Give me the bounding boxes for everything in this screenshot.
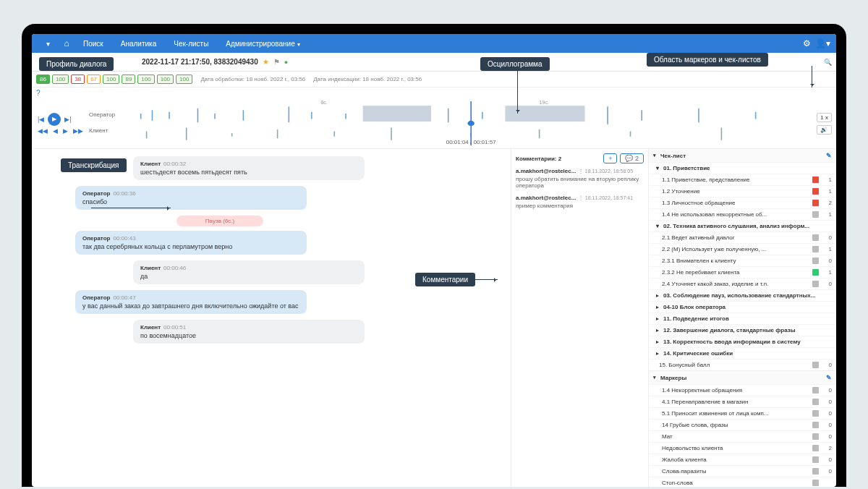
nav-admin[interactable]: Администрирование▾ [217,40,308,48]
edit-icon[interactable]: ✎ [826,374,832,381]
comment-count-button[interactable]: 💬 2 [620,153,644,163]
checklist-item[interactable]: 1.1 Приветствие, представление1 [649,174,836,185]
label-profile: Профиль диалога [39,57,114,71]
message-op[interactable]: Оператор00:00:47у вас данный заказ до за… [75,290,307,314]
volume-button[interactable]: 🔊 [817,125,832,135]
message-client[interactable]: Клиент00:00:46да [133,260,365,284]
label-oscillo: Осциллограмма [480,57,550,71]
checklist-item[interactable]: 2.3.1 Внимателен к клиенту0 [649,255,836,266]
checklist-item[interactable]: 2.2 (М) Использует уже полученную, ...1 [649,243,836,255]
message-client[interactable]: Клиент00:00:32шестьдесят восемь пятьдеся… [133,156,365,180]
group-header[interactable]: ▾01. Приветствие [649,162,836,174]
checklist-item[interactable]: 1.3 Личностное обращение2 [649,197,836,208]
nav-search[interactable]: Поиск [75,40,112,48]
meta-indexed: Дата индексации: 18 нояб. 2022 г., 03:56 [313,76,422,82]
help-icon[interactable]: ? [32,88,836,98]
top-nav: ▾ ⌂ Поиск Аналитика Чек-листы Администри… [32,34,836,53]
next-icon[interactable]: ▶ [61,127,69,135]
message-op[interactable]: Оператор00:00:43так два серебряных кольц… [75,231,307,255]
label-markers: Область маркеров и чек-листов [647,53,768,67]
comments-title: Комментарии: 2 [516,156,600,162]
meta-processed: Дата обработки: 18 нояб. 2022 г., 03:56 [200,76,305,82]
play-button[interactable]: ▶ [48,113,61,126]
checklist-item[interactable]: 15. Бонусный балл0 [649,359,836,370]
waveform-area: |◀ ▶ ▶| ◀◀ ◀ ▶ ▶▶ Оператор Клиент 8с. 19… [32,98,836,149]
marker-item[interactable]: 1.4 Некорректные обращения0 [649,384,836,396]
dot-icon: ● [284,59,288,66]
checklist-item[interactable]: 2.3.2 Не перебивает клиента1 [649,266,836,278]
gear-icon[interactable]: ⚙ [799,38,814,48]
badge[interactable]: 100 [176,75,192,84]
checklist-item[interactable]: 1.4 Не использовал некорректные об...1 [649,208,836,220]
marker-item[interactable]: 5.1 Приносит извинения от лица комп...0 [649,407,836,419]
marker-item[interactable]: Недовольство клиента2 [649,442,836,454]
forward-icon[interactable]: ▶▶ [72,127,85,135]
checklist-item[interactable]: 2.4 Уточняет какой заказ, изделие и т.п.… [649,278,836,289]
transcript-panel: Клиент00:00:32шестьдесят восемь пятьдеся… [32,149,511,487]
message-client[interactable]: Клиент00:00:51по восемнадцатое [133,320,365,344]
checklist-item[interactable]: 1.2 Уточнение1 [649,185,836,197]
group-header[interactable]: ▸11. Подведение итогов [649,312,836,324]
home-icon[interactable]: ⌂ [59,38,75,48]
badge[interactable]: 89 [122,75,135,84]
track-client-label: Клиент [89,127,108,134]
group-header[interactable]: ▾02. Техника активного слушания, анализ … [649,220,836,231]
comment-item[interactable]: a.makhort@rostelec... ⋮ 18.11.2022, 18:5… [516,195,644,209]
prev-icon[interactable]: ◀ [51,127,59,135]
marker-item[interactable]: Мат0 [649,430,836,442]
track-operator-label: Оператор [89,111,115,118]
svg-point-28 [467,121,474,126]
section-header[interactable]: ▾Маркеры✎ [649,371,836,384]
user-icon[interactable]: 👤▾ [814,38,830,48]
rewind-icon[interactable]: ◀◀ [36,127,49,135]
group-header[interactable]: ▸14. Критические ошибки [649,347,836,359]
svg-rect-0 [363,106,431,122]
add-comment-button[interactable]: + [603,153,617,163]
edit-icon[interactable]: ✎ [826,152,832,159]
flag-icon[interactable]: ⚑ [273,58,280,66]
nav-analytics[interactable]: Аналитика [112,40,166,48]
group-header[interactable]: ▸13. Корректность ввода информации в сис… [649,336,836,347]
skip-start-icon[interactable]: |◀ [36,116,46,123]
waveform[interactable]: 8с. 19с. 00:01:04 / 00:01:57 [129,101,812,145]
marker-item[interactable]: Стоп-слова [649,477,836,487]
search-icon[interactable]: 🔍 [824,59,832,66]
badge[interactable]: 100 [157,75,174,84]
nav-checklists[interactable]: Чек-листы [165,40,217,48]
checklist-item[interactable]: 2.1 Ведет активный диалог0 [649,231,836,243]
badge[interactable]: 67 [87,75,101,84]
comment-item[interactable]: a.makhort@rostelec... ⋮ 18.11.2022, 18:5… [516,168,644,189]
skip-end-icon[interactable]: ▶| [63,116,72,123]
marker-item[interactable]: Жалоба клиента0 [649,454,836,465]
badge[interactable]: 100 [103,75,119,84]
group-header[interactable]: ▸04-10 Блок оператора [649,301,836,312]
pause-indicator: Пауза (6с.) [176,216,263,226]
comments-panel: Комментарии: 2 + 💬 2 a.makhort@rostelec.… [511,149,648,487]
message-op[interactable]: Оператор00:00:36спасибо [75,186,307,210]
time-display: 00:01:04 / 00:01:57 [446,139,496,145]
marker-item[interactable]: 14 Грубые слова, фразы0 [649,419,836,430]
speed-button[interactable]: 1 x [817,113,832,122]
label-comments: Комментарии [415,273,475,286]
badge[interactable]: 86 [36,75,50,84]
group-header[interactable]: ▸03. Соблюдение пауз, использование стан… [649,289,836,301]
badge[interactable]: 38 [71,75,85,84]
group-header[interactable]: ▸12. Завершение диалога, стандартные фра… [649,324,836,336]
nav-dropdown[interactable]: ▾ [38,40,59,48]
marker-item[interactable]: 4.1 Перенаправление в магазин0 [649,396,836,407]
badge[interactable]: 100 [137,75,154,84]
label-transcript: Транскрибация [61,158,127,172]
star-icon[interactable]: ★ [263,58,269,66]
dialog-title: 2022-11-17 21:17:50, 83832049430 [142,58,258,66]
marker-item[interactable]: Слова-паразиты0 [649,465,836,477]
badge[interactable]: 100 [52,75,69,84]
badges-row: 86 100 38 67 100 89 100 100 100 Дата обр… [32,72,836,88]
section-header[interactable]: ▾Чек-лист✎ [649,149,836,162]
markers-panel: ▾Чек-лист✎▾01. Приветствие1.1 Приветстви… [648,149,836,487]
